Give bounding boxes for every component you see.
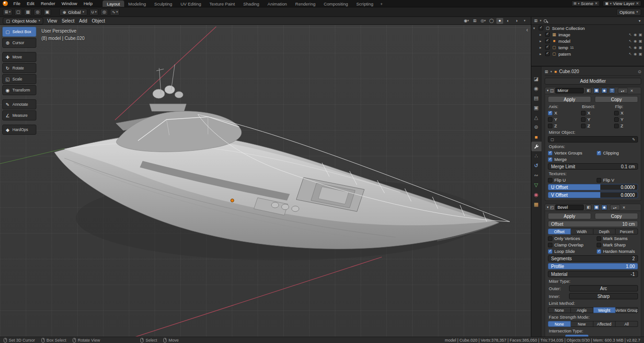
bisect-z-checkbox[interactable]: Z	[581, 123, 614, 128]
tab-texture-paint[interactable]: Texture Paint	[205, 0, 239, 7]
flip-v-checkbox[interactable]: Flip V	[597, 177, 638, 183]
selectable-icon[interactable]: ↖	[629, 33, 632, 37]
inner-miter-dropdown[interactable]: Sharp	[569, 293, 638, 299]
object-icon[interactable]: ⊞	[545, 69, 548, 74]
hide-render-icon[interactable]: ▣	[638, 39, 642, 43]
menu-add[interactable]: Add	[79, 18, 87, 23]
hide-viewport-icon[interactable]: ◉	[633, 33, 637, 37]
merge-checkbox[interactable]: Merge	[548, 157, 597, 162]
blender-logo-icon[interactable]	[3, 1, 8, 6]
flip-x-checkbox[interactable]: X	[614, 110, 638, 115]
flip-u-checkbox[interactable]: Flip U	[548, 177, 597, 183]
disclosure-icon[interactable]: ▸	[540, 46, 543, 50]
collection-checkbox[interactable]	[545, 32, 550, 37]
tab-animation[interactable]: Animation	[264, 0, 291, 7]
outliner-row-model[interactable]: ▸ ■ model ↖ ◉ ▣	[531, 38, 644, 44]
disclosure-icon[interactable]: ▸	[540, 39, 543, 43]
tool-scale[interactable]: ◱Scale	[2, 74, 36, 84]
harden-normals-checkbox[interactable]: Harden Normals	[597, 249, 638, 254]
bevel-offset-slider[interactable]: Offset 10 cm	[548, 221, 638, 227]
limit-weight[interactable]: Weight	[593, 307, 616, 313]
bisect-y-checkbox[interactable]: Y	[581, 117, 614, 122]
limit-none[interactable]: None	[548, 307, 571, 313]
move-modifier-buttons[interactable]: ▴▾	[618, 88, 628, 93]
tab-modeling[interactable]: Modeling	[124, 0, 150, 7]
face-strength-new[interactable]: New	[571, 321, 593, 327]
mode-dropdown[interactable]: ▢ Object Mode ▾	[3, 17, 43, 24]
menu-edit[interactable]: Edit	[24, 0, 37, 6]
mirror-modifier-header[interactable]: ▾ ◫ Mirror ◧ ▦ ◉ ▽ ▴▾ ✕	[545, 87, 641, 94]
scene-selector[interactable]: ⊞ ▾ Scene ✕	[571, 0, 600, 6]
tool-measure[interactable]: ∠Measure	[2, 110, 36, 120]
collection-checkbox[interactable]	[545, 45, 550, 50]
menu-select[interactable]: Select	[62, 18, 75, 23]
menu-object[interactable]: Object	[92, 18, 105, 23]
tab-output[interactable]: ▤	[531, 93, 541, 103]
width-type-offset[interactable]: Offset	[548, 229, 571, 234]
tab-object-data[interactable]: ▽	[531, 180, 541, 190]
apply-button[interactable]: Apply	[548, 96, 591, 103]
menu-file[interactable]: File	[11, 0, 23, 6]
filter-icon[interactable]: ▼	[638, 19, 641, 23]
hide-render-icon[interactable]: ▣	[638, 52, 642, 56]
select-mode-button-1[interactable]: ▢	[14, 9, 22, 16]
tab-modifiers[interactable]	[531, 142, 541, 151]
snap-toggle-button[interactable]: ∪▾	[89, 9, 98, 16]
falloff-dropdown[interactable]: ∿▾	[110, 9, 120, 16]
segments-slider[interactable]: Segments 2	[548, 255, 638, 262]
render-display-toggle[interactable]: ◉	[601, 88, 607, 93]
profile-slider[interactable]: Profile 1.00	[548, 263, 638, 269]
limit-angle[interactable]: Angle	[571, 307, 593, 313]
modifier-name-field[interactable]: Bevel	[555, 205, 584, 210]
tab-scene[interactable]: △	[531, 113, 541, 122]
outer-miter-dropdown[interactable]: Arc	[569, 285, 638, 292]
shading-material-button[interactable]: ◐	[505, 18, 512, 24]
transform-orientation-dropdown[interactable]: ⊕ Global ▾	[59, 9, 87, 16]
eyedropper-icon[interactable]: ✎	[632, 137, 635, 142]
outliner-row-temp[interactable]: ▸ ▢ temp 11 ↖ ◉ ▣	[531, 44, 644, 51]
tab-constraints[interactable]: ∾	[531, 171, 541, 180]
face-strength-none[interactable]: None	[548, 321, 571, 327]
hide-render-icon[interactable]: ▣	[638, 33, 642, 37]
realtime-display-toggle[interactable]: ▦	[593, 88, 599, 93]
disclosure-icon[interactable]: ▸	[540, 33, 543, 37]
proportional-edit-button[interactable]: ◎	[100, 9, 108, 16]
tool-rotate[interactable]: ↻Rotate	[2, 63, 36, 73]
gizmo-toggle[interactable]: ⊞	[472, 18, 478, 24]
v-offset-slider[interactable]: V Offset 0.0000	[548, 192, 638, 198]
selectable-icon[interactable]: ↖	[629, 39, 632, 43]
move-modifier-buttons[interactable]: ▴▾	[610, 205, 620, 210]
copy-button[interactable]: Copy	[595, 96, 638, 103]
pin-icon[interactable]: ⊙	[638, 69, 641, 74]
select-mode-button-4[interactable]: ▣	[43, 9, 51, 16]
tab-rendering[interactable]: Rendering	[291, 0, 320, 7]
tab-shading[interactable]: Shading	[239, 0, 264, 7]
vertex-groups-checkbox[interactable]: Vertex Groups	[548, 150, 597, 155]
mark-sharp-checkbox[interactable]: Mark Sharp	[597, 242, 638, 247]
hide-viewport-icon[interactable]: ◉	[633, 46, 637, 50]
disclosure-icon[interactable]: ▾	[533, 26, 537, 30]
merge-limit-slider[interactable]: Merge Limit 0.1 cm	[548, 163, 638, 170]
cage-display-toggle[interactable]: ▽	[609, 88, 615, 93]
u-offset-slider[interactable]: U Offset 0.0000	[548, 184, 638, 190]
expand-icon[interactable]: ▾	[547, 206, 549, 209]
modifier-name-field[interactable]: Mirror	[555, 88, 584, 93]
tab-tool[interactable]: ◪	[531, 74, 541, 84]
apply-button[interactable]: Apply	[548, 213, 591, 219]
editor-type-button[interactable]: ⊞ ▾	[3, 9, 12, 16]
add-modifier-button[interactable]: Add Modifier	[545, 78, 641, 85]
outliner-editor-icon[interactable]: ⊞	[534, 18, 538, 23]
width-type-width[interactable]: Width	[571, 229, 593, 234]
menu-view[interactable]: View	[47, 18, 57, 23]
width-type-percent[interactable]: Percent	[615, 229, 638, 234]
tab-physics[interactable]: ↺	[531, 161, 541, 171]
breadcrumb-object-name[interactable]: Cube.020	[559, 69, 579, 74]
outliner-row-image[interactable]: ▸ ▦ image ↖ ◉ ▣	[531, 31, 644, 38]
collection-checkbox[interactable]	[539, 26, 543, 30]
disclosure-icon[interactable]: ▸	[540, 52, 543, 56]
viewport-canvas[interactable]: User Perspective (8) model | Cube.020 ‹ …	[0, 25, 531, 337]
selectable-icon[interactable]: ↖	[629, 52, 632, 56]
tab-material[interactable]: ◉	[531, 190, 541, 200]
flip-z-checkbox[interactable]: Z	[614, 123, 638, 128]
tab-texture[interactable]: ▦	[531, 200, 541, 209]
